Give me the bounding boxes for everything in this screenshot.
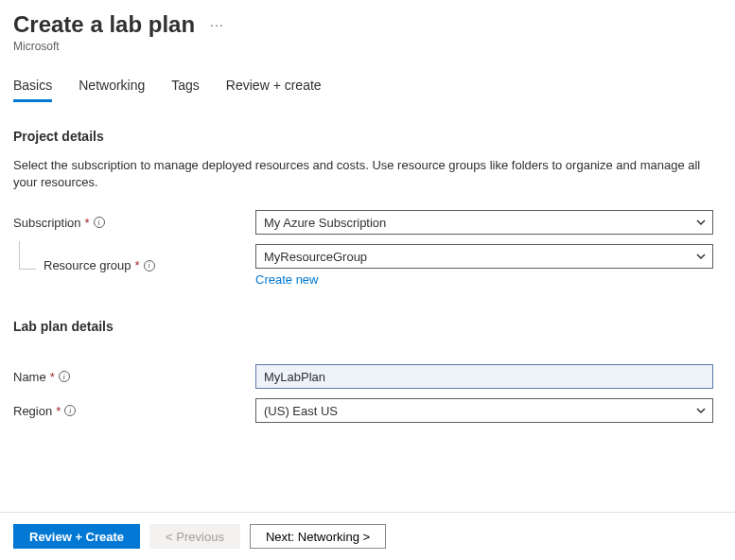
tab-review-create[interactable]: Review + create <box>226 70 322 102</box>
required-marker: * <box>85 216 90 230</box>
required-marker: * <box>50 370 55 384</box>
name-input[interactable]: MyLabPlan <box>255 364 713 389</box>
info-icon[interactable]: i <box>94 217 105 228</box>
review-create-button[interactable]: Review + Create <box>13 524 140 549</box>
wizard-tabs: Basics Networking Tags Review + create <box>13 70 722 102</box>
field-subscription: Subscription * i My Azure Subscription <box>13 210 722 235</box>
field-region: Region * i (US) East US <box>13 398 722 423</box>
label-region: Region <box>13 404 52 418</box>
region-value: (US) East US <box>264 404 338 418</box>
name-value: MyLabPlan <box>264 370 325 384</box>
tab-tags[interactable]: Tags <box>171 70 200 102</box>
chevron-down-icon <box>695 217 707 228</box>
section-lab-plan-details: Lab plan details Name * i MyLabPlan Regi… <box>13 319 722 423</box>
label-name: Name <box>13 370 46 384</box>
wizard-footer: Review + Create < Previous Next: Network… <box>0 512 735 560</box>
previous-button: < Previous <box>149 524 240 549</box>
label-subscription: Subscription <box>13 216 81 230</box>
required-marker: * <box>56 404 61 418</box>
next-button[interactable]: Next: Networking > <box>250 524 386 549</box>
field-resource-group: Resource group * i MyResourceGroup Creat… <box>13 244 722 287</box>
field-name: Name * i MyLabPlan <box>13 364 722 389</box>
section-heading-project: Project details <box>13 129 722 144</box>
resource-group-select[interactable]: MyResourceGroup <box>255 244 713 269</box>
subscription-value: My Azure Subscription <box>264 216 386 230</box>
section-project-details: Project details Select the subscription … <box>13 129 722 287</box>
tab-basics[interactable]: Basics <box>13 70 52 102</box>
required-marker: * <box>135 258 140 272</box>
section-description-project: Select the subscription to manage deploy… <box>13 157 713 191</box>
section-heading-labplan: Lab plan details <box>13 319 722 334</box>
page-header: Create a lab plan ··· Microsoft <box>13 11 722 53</box>
info-icon[interactable]: i <box>59 371 70 382</box>
info-icon[interactable]: i <box>64 405 76 416</box>
region-select[interactable]: (US) East US <box>255 398 713 423</box>
resource-group-value: MyResourceGroup <box>264 250 367 264</box>
more-actions-button[interactable]: ··· <box>204 15 230 34</box>
publisher-label: Microsoft <box>13 40 722 53</box>
create-new-link[interactable]: Create new <box>255 272 318 287</box>
chevron-down-icon <box>695 405 707 416</box>
label-resource-group: Resource group <box>44 258 131 272</box>
info-icon[interactable]: i <box>144 260 155 271</box>
tab-networking[interactable]: Networking <box>79 70 145 102</box>
page-title: Create a lab plan <box>13 11 195 38</box>
subscription-select[interactable]: My Azure Subscription <box>255 210 713 235</box>
chevron-down-icon <box>695 251 707 262</box>
tree-connector <box>19 241 36 270</box>
